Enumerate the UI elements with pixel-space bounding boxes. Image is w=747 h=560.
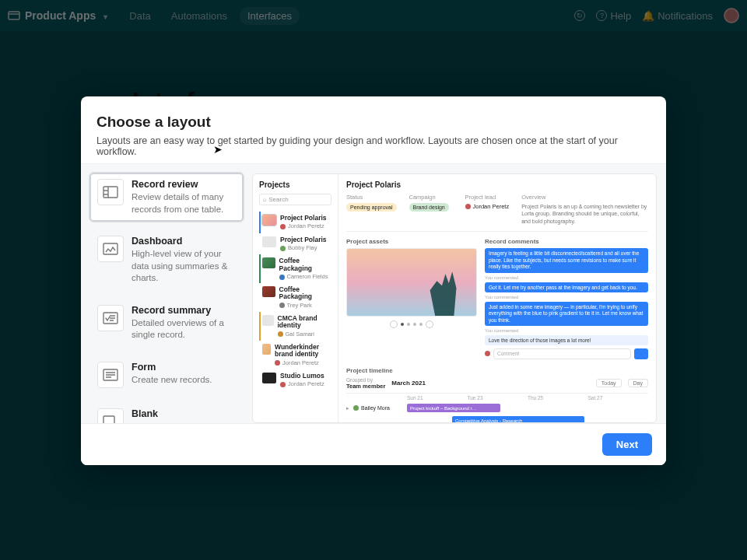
layout-desc: Review details of many records from one … [132,191,236,215]
timeline-bar: Project kickoff – Background r… [407,404,500,412]
preview-project-item: Coffee PackagingTrey Park [259,283,331,312]
lead-value: Jordan Peretz [473,203,510,210]
comment-input: Comment [493,348,631,359]
timeline-label: Project timeline [346,367,648,374]
timeline-person: Bailey Mora [361,405,390,411]
comments-label: Record comments [485,238,648,245]
layout-desc: Create new records. [132,374,212,387]
layout-option-record-summary[interactable]: Record summary Detailed overviews of a s… [89,298,244,348]
preview-detail: Project Polaris StatusPending approval C… [338,174,656,422]
layout-list: Record review Review details of many rec… [81,164,252,423]
record-review-icon [97,179,124,205]
layout-name: Record review [132,179,236,190]
layout-chooser-modal: Choose a layout Layouts are an easy way … [81,96,666,465]
avatar [485,351,490,356]
asset-carousel [346,320,477,328]
today-button: Today [596,379,622,387]
record-summary-icon [97,305,124,331]
layout-desc: Detailed overviews of a single record. [132,317,236,341]
assets-label: Project assets [346,238,477,245]
status-pill: Pending approval [346,203,397,212]
preview-project-list: Projects ⌕ Search Project PolarisJordan … [253,174,338,422]
detail-title: Project Polaris [346,180,648,189]
preview-project-item: Project PolarisBobby Flay [259,233,331,255]
preview-project-item: Project PolarisJordan Peretz [259,212,331,233]
preview-project-item: CMCA brand identityGal Samari [259,312,331,341]
campaign-pill: Brand design [409,203,449,212]
layout-name: Dashboard [132,236,236,247]
next-button[interactable]: Next [602,433,652,456]
layout-preview: Projects ⌕ Search Project PolarisJordan … [252,164,666,423]
comment-meta: You commented [485,295,648,299]
preview-project-item: Coffee PackagingCameron Fields [259,254,331,283]
timeline-month: March 2021 [391,380,426,387]
preview-timeline: Project timeline Grouped byTeam member M… [346,367,648,423]
overview-label: Overview [521,194,648,201]
dashboard-icon [97,236,124,262]
send-icon [634,348,648,359]
projects-heading: Projects [259,180,331,189]
preview-project-item: Wunderkinder brand identityJordan Peretz [259,341,331,369]
comment-bubble: Got it. Let me try another pass at the i… [485,282,648,292]
modal-header: Choose a layout Layouts are an easy way … [81,96,666,163]
layout-option-form[interactable]: Form Create new records. [89,355,244,395]
next-icon [426,320,433,328]
campaign-label: Campaign [409,194,453,201]
search-icon: ⌕ [263,196,267,203]
preview-search: ⌕ Search [259,194,331,205]
preview-project-item: Studio LumosJordan Peretz [259,369,331,391]
comment-bubble: Imagery is feeling a little bit disconne… [485,248,648,272]
layout-option-record-review[interactable]: Record review Review details of many rec… [89,172,244,222]
asset-image [346,248,477,317]
layout-option-dashboard[interactable]: Dashboard High-level view of your data u… [89,229,244,292]
grouped-by-label: Grouped by [346,377,385,383]
layout-name: Record summary [132,305,236,316]
comment-meta: You commented [485,328,648,333]
modal-subtitle: Layouts are an easy way to get started b… [96,135,651,157]
overview-text: Project Polaris is an up & coming tech n… [521,203,648,225]
svg-rect-1 [103,187,117,198]
search-placeholder: Search [268,196,288,203]
grouped-by-value: Team member [346,383,385,390]
timeline-bar: Competitive Analysis - Research [452,416,584,423]
form-icon [97,362,124,388]
lead-label: Project lead [465,194,510,201]
prev-icon [390,320,398,328]
layout-desc: High-level view of your data using summa… [132,248,236,285]
day-button: Day [628,379,648,387]
layout-name: Blank [132,408,233,419]
comment-bubble: Just added in some new imagery — in part… [485,302,648,326]
comment-meta: You commented [485,275,648,280]
layout-name: Form [132,362,212,373]
svg-rect-2 [103,243,117,254]
comment-bubble: Love the direction of those images a lot… [485,335,648,345]
modal-footer: Next [81,423,666,465]
status-label: Status [346,194,397,201]
modal-title: Choose a layout [96,114,651,131]
